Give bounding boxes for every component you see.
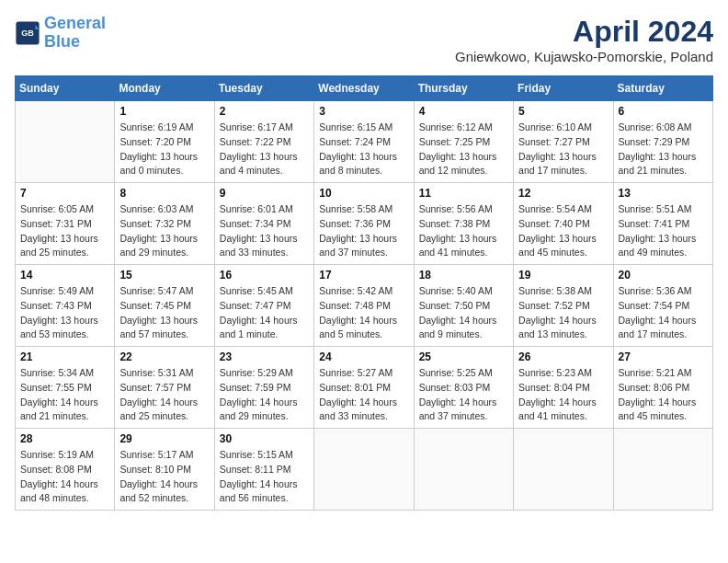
calendar-cell bbox=[613, 429, 712, 511]
calendar-cell: 17 Sunrise: 5:42 AMSunset: 7:48 PMDaylig… bbox=[314, 265, 414, 347]
calendar-cell: 23 Sunrise: 5:29 AMSunset: 7:59 PMDaylig… bbox=[214, 347, 313, 429]
day-detail: Sunrise: 5:31 AMSunset: 7:57 PMDaylight:… bbox=[119, 366, 209, 424]
day-detail: Sunrise: 5:38 AMSunset: 7:52 PMDaylight:… bbox=[518, 284, 608, 342]
weekday-header-sunday: Sunday bbox=[16, 76, 115, 101]
day-number: 17 bbox=[319, 269, 408, 282]
day-number: 7 bbox=[20, 187, 109, 200]
day-number: 21 bbox=[20, 350, 109, 363]
day-number: 18 bbox=[419, 269, 508, 282]
weekday-header-row: SundayMondayTuesdayWednesdayThursdayFrid… bbox=[16, 76, 713, 101]
day-number: 6 bbox=[619, 105, 708, 118]
calendar-cell: 8 Sunrise: 6:03 AMSunset: 7:32 PMDayligh… bbox=[115, 183, 214, 265]
day-number: 1 bbox=[119, 105, 209, 118]
day-number: 13 bbox=[619, 187, 708, 200]
day-number: 10 bbox=[319, 187, 408, 200]
day-number: 11 bbox=[419, 187, 508, 200]
weekday-header-wednesday: Wednesday bbox=[314, 76, 414, 101]
week-row-1: 7 Sunrise: 6:05 AMSunset: 7:31 PMDayligh… bbox=[16, 183, 713, 265]
calendar-cell: 16 Sunrise: 5:45 AMSunset: 7:47 PMDaylig… bbox=[214, 265, 313, 347]
calendar-cell: 21 Sunrise: 5:34 AMSunset: 7:55 PMDaylig… bbox=[16, 347, 115, 429]
weekday-header-monday: Monday bbox=[115, 76, 214, 101]
calendar-cell: 12 Sunrise: 5:54 AMSunset: 7:40 PMDaylig… bbox=[514, 183, 613, 265]
day-number: 25 bbox=[419, 350, 508, 363]
day-number: 5 bbox=[518, 105, 608, 118]
day-detail: Sunrise: 6:08 AMSunset: 7:29 PMDaylight:… bbox=[619, 121, 708, 178]
day-detail: Sunrise: 5:49 AMSunset: 7:43 PMDaylight:… bbox=[20, 284, 109, 342]
weekday-header-friday: Friday bbox=[514, 76, 613, 101]
day-detail: Sunrise: 5:45 AMSunset: 7:47 PMDaylight:… bbox=[220, 284, 309, 342]
day-number: 8 bbox=[119, 187, 209, 200]
day-detail: Sunrise: 5:56 AMSunset: 7:38 PMDaylight:… bbox=[419, 202, 508, 260]
title-block: April 2024 Gniewkowo, Kujawsko-Pomorskie… bbox=[455, 15, 713, 64]
day-detail: Sunrise: 6:10 AMSunset: 7:27 PMDaylight:… bbox=[518, 121, 608, 178]
day-detail: Sunrise: 5:40 AMSunset: 7:50 PMDaylight:… bbox=[419, 284, 508, 342]
day-number: 24 bbox=[319, 350, 408, 363]
day-detail: Sunrise: 6:05 AMSunset: 7:31 PMDaylight:… bbox=[20, 202, 109, 260]
day-detail: Sunrise: 5:58 AMSunset: 7:36 PMDaylight:… bbox=[319, 202, 408, 260]
calendar-cell: 29 Sunrise: 5:17 AMSunset: 8:10 PMDaylig… bbox=[115, 429, 214, 511]
day-detail: Sunrise: 5:27 AMSunset: 8:01 PMDaylight:… bbox=[319, 366, 408, 424]
day-detail: Sunrise: 5:42 AMSunset: 7:48 PMDaylight:… bbox=[319, 284, 408, 342]
week-row-2: 14 Sunrise: 5:49 AMSunset: 7:43 PMDaylig… bbox=[16, 265, 713, 347]
calendar-cell: 10 Sunrise: 5:58 AMSunset: 7:36 PMDaylig… bbox=[314, 183, 414, 265]
day-detail: Sunrise: 5:54 AMSunset: 7:40 PMDaylight:… bbox=[518, 202, 608, 260]
day-number: 29 bbox=[119, 432, 209, 445]
day-detail: Sunrise: 5:23 AMSunset: 8:04 PMDaylight:… bbox=[518, 366, 608, 424]
day-number: 26 bbox=[518, 350, 608, 363]
day-number: 3 bbox=[319, 105, 408, 118]
calendar-cell: 1 Sunrise: 6:19 AMSunset: 7:20 PMDayligh… bbox=[115, 101, 214, 183]
day-number: 20 bbox=[619, 269, 708, 282]
calendar-cell: 11 Sunrise: 5:56 AMSunset: 7:38 PMDaylig… bbox=[414, 183, 513, 265]
calendar-cell: 7 Sunrise: 6:05 AMSunset: 7:31 PMDayligh… bbox=[16, 183, 115, 265]
day-number: 9 bbox=[220, 187, 309, 200]
day-detail: Sunrise: 6:01 AMSunset: 7:34 PMDaylight:… bbox=[220, 202, 309, 260]
svg-text:GB: GB bbox=[21, 29, 34, 38]
week-row-0: 1 Sunrise: 6:19 AMSunset: 7:20 PMDayligh… bbox=[16, 101, 713, 183]
logo-line1: General bbox=[44, 14, 106, 32]
calendar-cell bbox=[16, 101, 115, 183]
day-detail: Sunrise: 6:17 AMSunset: 7:22 PMDaylight:… bbox=[220, 121, 309, 178]
calendar-cell bbox=[514, 429, 613, 511]
calendar-cell: 2 Sunrise: 6:17 AMSunset: 7:22 PMDayligh… bbox=[214, 101, 313, 183]
day-number: 16 bbox=[220, 269, 309, 282]
calendar-cell: 4 Sunrise: 6:12 AMSunset: 7:25 PMDayligh… bbox=[414, 101, 513, 183]
day-number: 19 bbox=[518, 269, 608, 282]
calendar-cell: 9 Sunrise: 6:01 AMSunset: 7:34 PMDayligh… bbox=[214, 183, 313, 265]
day-detail: Sunrise: 6:15 AMSunset: 7:24 PMDaylight:… bbox=[319, 121, 408, 178]
calendar-cell: 19 Sunrise: 5:38 AMSunset: 7:52 PMDaylig… bbox=[514, 265, 613, 347]
week-row-4: 28 Sunrise: 5:19 AMSunset: 8:08 PMDaylig… bbox=[16, 429, 713, 511]
calendar-cell: 6 Sunrise: 6:08 AMSunset: 7:29 PMDayligh… bbox=[613, 101, 712, 183]
calendar-cell: 30 Sunrise: 5:15 AMSunset: 8:11 PMDaylig… bbox=[214, 429, 313, 511]
weekday-header-saturday: Saturday bbox=[613, 76, 712, 101]
month-year: April 2024 bbox=[455, 15, 713, 49]
day-number: 15 bbox=[119, 269, 209, 282]
day-detail: Sunrise: 5:19 AMSunset: 8:08 PMDaylight:… bbox=[20, 448, 109, 506]
day-number: 22 bbox=[119, 350, 209, 363]
calendar-cell: 25 Sunrise: 5:25 AMSunset: 8:03 PMDaylig… bbox=[414, 347, 513, 429]
calendar-cell: 14 Sunrise: 5:49 AMSunset: 7:43 PMDaylig… bbox=[16, 265, 115, 347]
logo-icon: GB bbox=[15, 20, 40, 46]
day-detail: Sunrise: 5:21 AMSunset: 8:06 PMDaylight:… bbox=[619, 366, 708, 424]
calendar-cell: 28 Sunrise: 5:19 AMSunset: 8:08 PMDaylig… bbox=[16, 429, 115, 511]
calendar-cell: 24 Sunrise: 5:27 AMSunset: 8:01 PMDaylig… bbox=[314, 347, 414, 429]
day-number: 14 bbox=[20, 269, 109, 282]
day-number: 2 bbox=[220, 105, 309, 118]
day-detail: Sunrise: 5:29 AMSunset: 7:59 PMDaylight:… bbox=[220, 366, 309, 424]
calendar-cell: 18 Sunrise: 5:40 AMSunset: 7:50 PMDaylig… bbox=[414, 265, 513, 347]
day-detail: Sunrise: 5:47 AMSunset: 7:45 PMDaylight:… bbox=[119, 284, 209, 342]
page-header: GB General Blue April 2024 Gniewkowo, Ku… bbox=[15, 15, 713, 64]
day-detail: Sunrise: 5:15 AMSunset: 8:11 PMDaylight:… bbox=[220, 448, 309, 506]
logo-line2: Blue bbox=[44, 32, 80, 51]
day-number: 4 bbox=[419, 105, 508, 118]
week-row-3: 21 Sunrise: 5:34 AMSunset: 7:55 PMDaylig… bbox=[16, 347, 713, 429]
weekday-header-thursday: Thursday bbox=[414, 76, 513, 101]
day-detail: Sunrise: 6:12 AMSunset: 7:25 PMDaylight:… bbox=[419, 121, 508, 178]
weekday-header-tuesday: Tuesday bbox=[214, 76, 313, 101]
logo-text: General Blue bbox=[44, 15, 106, 52]
calendar-cell: 3 Sunrise: 6:15 AMSunset: 7:24 PMDayligh… bbox=[314, 101, 414, 183]
day-detail: Sunrise: 6:19 AMSunset: 7:20 PMDaylight:… bbox=[119, 121, 209, 178]
day-number: 23 bbox=[220, 350, 309, 363]
day-detail: Sunrise: 5:36 AMSunset: 7:54 PMDaylight:… bbox=[619, 284, 708, 342]
calendar-cell: 15 Sunrise: 5:47 AMSunset: 7:45 PMDaylig… bbox=[115, 265, 214, 347]
day-number: 27 bbox=[619, 350, 708, 363]
